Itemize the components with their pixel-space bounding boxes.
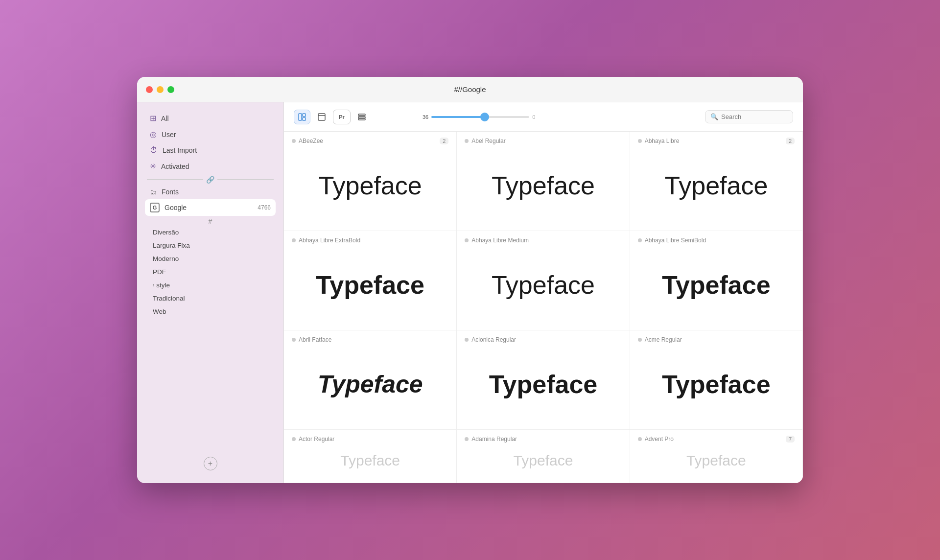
font-card-header: Abril Fatface: [292, 336, 448, 343]
list-view-button[interactable]: [353, 110, 370, 124]
grid-icon: ⊞: [150, 114, 156, 123]
sidebar-fonts-label: Fonts: [162, 188, 179, 196]
font-preview: Typeface: [638, 347, 795, 421]
tag-web[interactable]: Web: [150, 305, 271, 318]
main-content: ⊞ All ◎ User ⏱ Last Import ✳ Activated 🔗: [137, 102, 803, 483]
font-preview: Typeface: [465, 446, 621, 475]
font-name: Acme Regular: [645, 336, 795, 343]
font-dot: [638, 238, 642, 242]
sidebar-item-activated[interactable]: ✳ Activated: [145, 158, 276, 174]
font-preview-text: Typeface: [662, 372, 771, 397]
font-grid: ABeeZee 2 Typeface Abel Regular Typeface: [284, 132, 803, 483]
tag-list: Diversão Largura Fixa Moderno PDF › styl…: [137, 226, 283, 318]
font-card-header: Abhaya Libre ExtraBold: [292, 237, 448, 244]
tag-largura-fixa[interactable]: Largura Fixa: [150, 239, 271, 252]
font-preview-text: Typeface: [492, 272, 595, 298]
font-card-aclonica-regular[interactable]: Aclonica Regular Typeface: [457, 330, 630, 430]
font-name: Aclonica Regular: [471, 336, 621, 343]
font-dot: [465, 238, 469, 242]
font-card-header: Abhaya Libre SemiBold: [638, 237, 795, 244]
font-name: Advent Pro: [645, 436, 783, 443]
panel-view-button[interactable]: [294, 110, 310, 124]
sidebar-item-last-import[interactable]: ⏱ Last Import: [145, 142, 276, 158]
svg-rect-5: [358, 114, 365, 116]
font-preview: Typeface: [292, 148, 448, 223]
sidebar-item-user-label: User: [162, 131, 176, 139]
font-card-abhaya-semibold[interactable]: Abhaya Libre SemiBold Typeface: [630, 231, 803, 330]
sidebar-fonts-item[interactable]: 🗂 Fonts: [145, 185, 276, 199]
font-dot: [292, 139, 296, 143]
search-box[interactable]: 🔍: [705, 110, 793, 123]
sidebar-nav: ⊞ All ◎ User ⏱ Last Import ✳ Activated: [137, 110, 283, 174]
font-name: Abril Fatface: [299, 336, 448, 343]
add-collection-button[interactable]: +: [204, 457, 217, 470]
font-card-header: Acme Regular: [638, 336, 795, 343]
font-preview: Typeface: [638, 148, 795, 223]
tag-tradicional[interactable]: Tradicional: [150, 292, 271, 304]
preview-view-button[interactable]: Pr: [333, 110, 351, 124]
font-preview-text: Typeface: [316, 272, 424, 298]
tag-moderno[interactable]: Moderno: [150, 253, 271, 265]
traffic-lights: [146, 86, 174, 93]
svg-rect-1: [303, 114, 306, 117]
font-card-abhaya-medium[interactable]: Abhaya Libre Medium Typeface: [457, 231, 630, 330]
folder-icon: 🗂: [150, 188, 157, 196]
sidebar-item-user[interactable]: ◎ User: [145, 126, 276, 142]
font-preview: Typeface: [292, 347, 448, 421]
font-card-header: Abel Regular: [465, 138, 621, 144]
svg-rect-2: [303, 117, 306, 120]
browser-view-button[interactable]: [313, 110, 330, 124]
font-count: 2: [786, 138, 795, 144]
sun-icon: ✳: [150, 162, 156, 171]
size-min: 0: [532, 114, 535, 120]
font-card-advent-pro[interactable]: Advent Pro 7 Typeface: [630, 430, 803, 483]
svg-rect-0: [299, 114, 302, 120]
sidebar-google-item[interactable]: G Google 4766: [145, 199, 276, 216]
font-preview: Typeface: [638, 446, 795, 475]
close-button[interactable]: [146, 86, 153, 93]
font-card-header: Abhaya Libre 2: [638, 138, 795, 144]
font-dot: [292, 338, 296, 342]
search-input[interactable]: [721, 113, 788, 120]
window-title: #//Google: [454, 85, 486, 93]
font-card-header: Adamina Regular: [465, 436, 621, 443]
minimize-button[interactable]: [157, 86, 164, 93]
maximize-button[interactable]: [167, 86, 174, 93]
tag-style[interactable]: › style: [150, 279, 271, 291]
main-panel: Pr 360 🔍: [284, 102, 803, 483]
font-card-actor-regular[interactable]: Actor Regular Typeface: [284, 430, 457, 483]
font-card-header: Abhaya Libre Medium: [465, 237, 621, 244]
sidebar-item-all[interactable]: ⊞ All: [145, 110, 276, 126]
divider-2: #: [147, 221, 274, 221]
font-card-adamina-regular[interactable]: Adamina Regular Typeface: [457, 430, 630, 483]
font-preview: Typeface: [465, 248, 621, 322]
search-icon: 🔍: [710, 113, 718, 120]
size-control: 360: [381, 114, 535, 120]
tag-diversao[interactable]: Diversão: [150, 226, 271, 238]
app-window: #//Google ⊞ All ◎ User ⏱ Last Import ✳: [137, 77, 803, 483]
link-icon: 🔗: [203, 176, 217, 184]
font-card-header: Actor Regular: [292, 436, 448, 443]
font-card-abel-regular[interactable]: Abel Regular Typeface: [457, 132, 630, 231]
google-icon: G: [150, 203, 160, 212]
font-dot: [292, 238, 296, 242]
size-slider[interactable]: [431, 116, 529, 118]
font-card-abril-fatface[interactable]: Abril Fatface Typeface: [284, 330, 457, 430]
font-card-abhaya-extrabold[interactable]: Abhaya Libre ExtraBold Typeface: [284, 231, 457, 330]
font-name: Actor Regular: [299, 436, 448, 443]
font-card-abeezee[interactable]: ABeeZee 2 Typeface: [284, 132, 457, 231]
font-dot: [465, 338, 469, 342]
svg-rect-3: [318, 114, 325, 120]
font-name: Abel Regular: [471, 138, 621, 144]
font-preview-text: Typeface: [686, 453, 746, 468]
font-count: 7: [786, 436, 795, 443]
tag-pdf[interactable]: PDF: [150, 266, 271, 278]
hash-icon: #: [206, 217, 215, 225]
font-card-acme-regular[interactable]: Acme Regular Typeface: [630, 330, 803, 430]
font-card-abhaya-libre[interactable]: Abhaya Libre 2 Typeface: [630, 132, 803, 231]
font-card-header: Aclonica Regular: [465, 336, 621, 343]
font-preview: Typeface: [465, 148, 621, 223]
font-name: Abhaya Libre SemiBold: [645, 237, 795, 244]
font-card-header: Advent Pro 7: [638, 436, 795, 443]
sidebar-item-last-import-label: Last Import: [163, 146, 197, 154]
